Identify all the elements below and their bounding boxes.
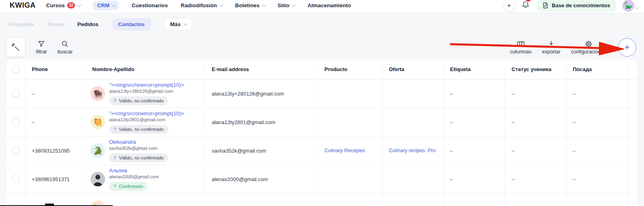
posada-value: –	[573, 148, 576, 154]
contacts-toolbar: filtrar buscar columnas exportar	[0, 35, 644, 59]
filter-funnel-icon	[37, 40, 45, 48]
chevron-down-icon	[292, 3, 296, 7]
main-nav: Cursos 32 CRM Cuestionarios Radiodifusió…	[46, 1, 351, 10]
posada-value: –	[573, 91, 576, 97]
email-status-badge: ?Válido, no confirmado	[109, 96, 168, 105]
row-checkbox[interactable]	[12, 175, 19, 183]
filter-button[interactable]: filtrar	[36, 40, 47, 55]
table-row: +380931251095🐊Oleksandrasasha352k@gmail.…	[6, 137, 638, 165]
top-navigation-bar: KWIGA Cursos 32 CRM Cuestionarios Radiod…	[0, 0, 644, 13]
table-body: –🦬"><img/src/onerror=prompt(10)>alana13t…	[6, 80, 638, 206]
nav-item-radiodifusion[interactable]: Radiodifusión	[181, 2, 222, 8]
nav-item-boletines[interactable]: Boletines	[235, 2, 265, 8]
contact-sub-email: sasha352k@gmail.com	[109, 146, 168, 151]
column-header-email[interactable]: E-mail address	[205, 59, 318, 79]
etiqueta-value: –	[450, 148, 453, 154]
column-header-empty	[627, 59, 638, 79]
table-row: +380961951371Альонаalenav2000@gmail.com?…	[6, 165, 638, 194]
column-header-producto[interactable]: Producto	[318, 59, 382, 79]
phone-value: +380931251095	[32, 148, 70, 154]
column-header-phone[interactable]: Phone	[25, 59, 86, 79]
estatus-value: –	[512, 91, 514, 97]
tab-tareas[interactable]: Tareas	[47, 21, 64, 27]
crm-section-tabs: Propuesta Tareas Pedidos Contactos Más	[0, 13, 644, 35]
contacts-table: Phone Nombre-Apellido E-mail address Pro…	[6, 59, 638, 206]
producto-link[interactable]: Culinary Recepies	[324, 148, 365, 153]
etiqueta-value: –	[450, 119, 453, 125]
badge-label: Válido, no confirmado	[119, 155, 163, 160]
search-button[interactable]: buscar	[58, 40, 73, 55]
magic-wand-button[interactable]	[6, 38, 25, 57]
chevron-down-icon	[112, 3, 116, 7]
toolbar-divider	[30, 40, 31, 55]
phone-value: –	[32, 119, 35, 125]
email-value: alana13ty2801@gmail.com	[212, 119, 275, 125]
knowledge-base-button[interactable]: Base de conocimientos	[537, 0, 616, 12]
column-header-status-ucenika[interactable]: Статус ученика	[505, 59, 566, 79]
question-icon: ?	[114, 155, 116, 160]
settings-button[interactable]: configuraciones	[571, 40, 606, 55]
quick-add-button[interactable]: +	[504, 0, 515, 11]
chevron-down-icon	[184, 22, 188, 26]
column-header-etiqueta[interactable]: Etiqueta	[444, 59, 505, 79]
nav-item-crm[interactable]: CRM	[93, 1, 119, 10]
tab-propuesta[interactable]: Propuesta	[9, 21, 34, 27]
column-header-posada[interactable]: Посада	[566, 59, 627, 79]
table-row: 🦖тест тест	[6, 194, 638, 206]
chevron-down-icon	[77, 3, 81, 7]
estatus-value: –	[512, 119, 514, 125]
badge-label: Válido, no confirmado	[119, 98, 163, 103]
user-avatar[interactable]: 🦕	[622, 0, 634, 12]
row-checkbox[interactable]	[12, 118, 19, 126]
chevron-down-icon	[262, 3, 266, 7]
avatar-dinosaur-emoji: 🦕	[624, 1, 632, 10]
question-icon: ?	[114, 184, 116, 189]
add-contact-button[interactable]: +	[618, 38, 636, 57]
row-checkbox[interactable]	[12, 90, 19, 97]
contact-name-link[interactable]: "><img/src/onerror=prompt(10)>	[109, 110, 184, 116]
app-logo: KWIGA	[10, 1, 36, 10]
download-icon	[547, 40, 555, 48]
magic-wand-icon	[11, 43, 20, 52]
oferta-link[interactable]: Culinary recipes: Pro	[389, 148, 436, 153]
avatar-photo-silhouette	[95, 175, 100, 179]
table-row: –🦬"><img/src/onerror=prompt(10)>alana13t…	[6, 80, 638, 108]
select-all-checkbox[interactable]	[12, 66, 19, 73]
cursos-count-badge: 32	[67, 2, 75, 8]
toolbar-right-actions: columnas exportar configuraciones +	[510, 38, 636, 57]
email-status-badge: ?Válido, no confirmado	[109, 125, 168, 134]
contact-sub-email: alana13ty2801@gmail.com	[109, 117, 184, 122]
columns-icon	[517, 41, 525, 48]
notifications-button[interactable]	[521, 0, 530, 11]
contact-name-link[interactable]: "><img/src/onerror=prompt(10)>	[109, 82, 184, 88]
contact-avatar: 🐫	[91, 115, 105, 129]
contact-name-link[interactable]: Альона	[109, 167, 159, 173]
contact-name-link[interactable]: Oleksandra	[109, 139, 168, 145]
tab-pedidos[interactable]: Pedidos	[77, 21, 99, 27]
columns-button[interactable]: columnas	[510, 41, 532, 55]
column-header-nombre-apellido[interactable]: Nombre-Apellido	[86, 59, 205, 79]
contact-sub-email: alenav2000@gmail.com	[109, 174, 159, 179]
column-header-oferta[interactable]: Oferta	[382, 59, 444, 79]
etiqueta-value: –	[450, 91, 453, 97]
document-icon	[542, 2, 549, 9]
export-button[interactable]: exportar	[542, 40, 561, 55]
posada-value: –	[573, 176, 576, 182]
email-value: alana13ty+280126@gmail.com	[212, 91, 284, 97]
nav-item-almacenamiento[interactable]: Almacenamiento	[308, 2, 351, 8]
screen-edge-artifact	[45, 204, 54, 206]
contact-avatar: 🦬	[91, 86, 105, 101]
tab-mas-dropdown[interactable]: Más	[165, 18, 192, 31]
contact-avatar: 🐊	[91, 143, 105, 158]
topbar-right-actions: + Base de conocimientos 🦕	[504, 0, 634, 12]
nav-item-cuestionarios[interactable]: Cuestionarios	[132, 2, 168, 8]
badge-label: Confirmado	[119, 184, 142, 189]
nav-item-sitio[interactable]: Sitio	[278, 2, 295, 8]
tab-contactos[interactable]: Contactos	[112, 18, 151, 31]
row-checkbox[interactable]	[12, 147, 19, 154]
search-icon	[61, 40, 69, 48]
question-icon: ?	[114, 98, 116, 103]
posada-value: –	[573, 119, 576, 125]
email-value: sasha352k@gmail.com	[212, 148, 266, 154]
nav-item-cursos[interactable]: Cursos 32	[46, 2, 80, 8]
